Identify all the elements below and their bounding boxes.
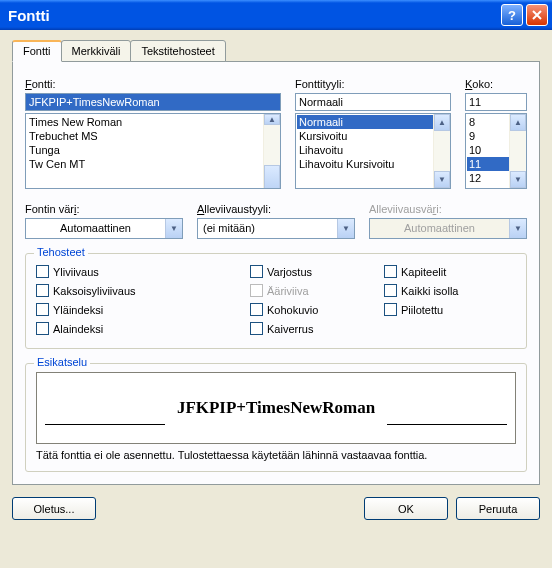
list-item[interactable]: Tunga [27,143,279,157]
preview-group: Esikatselu JFKPIP+TimesNewRoman Tätä fon… [25,363,527,472]
preview-title: Esikatselu [34,356,90,368]
color-combo[interactable]: Automaattinen ▼ [25,218,183,239]
cancel-button[interactable]: Peruuta [456,497,540,520]
preview-note: Tätä fonttia ei ole asennettu. Tulostett… [36,449,516,461]
help-button[interactable]: ? [501,4,523,26]
list-item[interactable]: Tw Cen MT [27,157,279,171]
tab-merkkivali[interactable]: Merkkiväli [61,40,132,62]
list-item[interactable]: Lihavoitu Kursivoitu [297,157,449,171]
size-listbox[interactable]: 8 9 10 11 12 ▲ ▼ [465,113,527,189]
list-item[interactable]: Trebuchet MS [27,129,279,143]
list-item[interactable]: Normaali [297,115,449,129]
window-title: Fontti [8,7,501,24]
font-listbox[interactable]: Times New Roman Trebuchet MS Tunga Tw Ce… [25,113,281,189]
scrollbar[interactable]: ▲ ▼ [509,114,526,188]
checkbox[interactable] [384,284,397,297]
tab-tekstitehosteet[interactable]: Tekstitehosteet [130,40,225,62]
tab-strip: Fontti Merkkiväli Tekstitehosteet [12,40,540,62]
default-button[interactable]: Oletus... [12,497,96,520]
color-label: Fontin väri: [25,203,183,215]
uline-color-combo: Automaattinen ▼ [369,218,527,239]
checkbox[interactable] [384,303,397,316]
font-input[interactable] [25,93,281,111]
style-label: Fonttityyli: [295,78,451,90]
checkbox[interactable] [250,322,263,335]
checkbox[interactable] [384,265,397,278]
scrollbar[interactable]: ▲ ▼ [263,114,280,188]
size-label: Koko: [465,78,527,90]
scroll-down-icon[interactable]: ▼ [434,171,450,188]
scroll-down-icon[interactable]: ▼ [510,171,526,188]
chevron-down-icon: ▼ [509,219,526,238]
preview-box: JFKPIP+TimesNewRoman [36,372,516,444]
ok-button[interactable]: OK [364,497,448,520]
style-input[interactable] [295,93,451,111]
effects-group: Tehosteet Yliviivaus Kaksoisyliviivaus Y… [25,253,527,349]
scroll-up-icon[interactable]: ▲ [434,114,450,131]
effects-title: Tehosteet [34,246,88,258]
close-button[interactable] [526,4,548,26]
font-label: Fontti: [25,78,281,90]
checkbox[interactable] [36,322,49,335]
list-item[interactable]: Lihavoitu [297,143,449,157]
scroll-up-icon[interactable]: ▲ [510,114,526,131]
titlebar: Fontti ? [0,0,552,30]
checkbox[interactable] [36,284,49,297]
chevron-down-icon[interactable]: ▼ [337,219,354,238]
tab-fontti[interactable]: Fontti [12,40,62,62]
list-item[interactable]: Times New Roman [27,115,279,129]
preview-text: JFKPIP+TimesNewRoman [177,398,375,418]
checkbox[interactable] [36,303,49,316]
checkbox[interactable] [250,265,263,278]
style-listbox[interactable]: Normaali Kursivoitu Lihavoitu Lihavoitu … [295,113,451,189]
size-input[interactable] [465,93,527,111]
chevron-down-icon[interactable]: ▼ [165,219,182,238]
scrollbar[interactable]: ▲ ▼ [433,114,450,188]
checkbox [250,284,263,297]
uline-style-label: Alleviivaustyyli: [197,203,355,215]
uline-color-label: Alleviivausväri: [369,203,527,215]
checkbox[interactable] [250,303,263,316]
uline-style-combo[interactable]: (ei mitään) ▼ [197,218,355,239]
checkbox[interactable] [36,265,49,278]
scroll-thumb[interactable] [264,165,280,189]
list-item[interactable]: Kursivoitu [297,129,449,143]
scroll-up-icon[interactable]: ▲ [264,114,280,125]
